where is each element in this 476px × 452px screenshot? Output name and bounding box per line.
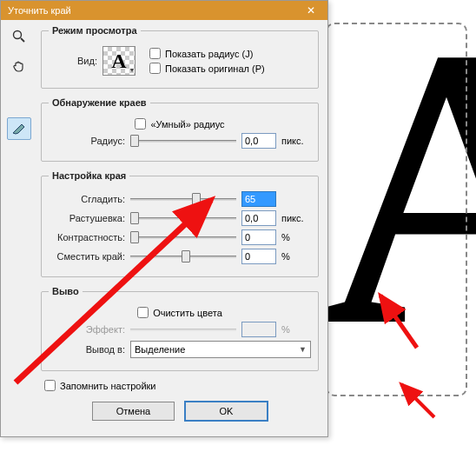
unit-effect: % [281,324,311,335]
slider-shift[interactable] [130,249,236,263]
legend-edge-detect: Обнаружение краев [49,97,150,108]
refine-brush-tool[interactable] [7,117,31,140]
view-thumbnail[interactable]: A ▼ [102,46,136,76]
chevron-down-icon: ▼ [299,345,307,354]
ok-button[interactable]: OK [185,402,268,421]
input-feather[interactable] [241,210,276,226]
unit-radius: пикс. [281,136,311,146]
label-contrast: Контрастность: [49,232,125,243]
legend-output: Выво [49,286,83,296]
checkbox-show-radius[interactable]: Показать радиус (J) [149,48,311,59]
slider-contrast[interactable] [130,230,236,244]
label-effect: Эффект: [49,324,125,335]
input-smooth[interactable] [241,191,276,207]
legend-edge-adjust: Настройка края [49,170,129,181]
label-shift: Сместить край: [49,251,125,262]
label-feather: Растушевка: [49,213,125,223]
legend-view-mode: Режим просмотра [49,25,141,36]
cancel-button[interactable]: Отмена [92,402,175,421]
label-radius: Радиус: [49,136,125,146]
label-view: Вид: [49,56,97,66]
group-output: Выво Очистить цвета Эффект: % Вывод в: В… [41,286,319,371]
dialog-refine-edge: Уточнить край ✕ Режим просмотра Вид: [0,0,328,437]
zoom-tool[interactable] [7,25,31,48]
label-smooth: Сгладить: [49,194,125,204]
group-view-mode: Режим просмотра Вид: A ▼ Показать радиус… [41,25,319,89]
input-shift[interactable] [241,249,276,264]
slider-feather[interactable] [130,211,236,225]
label-output-dest: Вывод в: [49,344,125,355]
window-title: Уточнить край [8,5,298,16]
select-output-dest[interactable]: Выделение ▼ [130,341,311,358]
input-effect [241,322,276,337]
svg-line-4 [21,38,24,42]
unit-contrast: % [281,232,311,243]
titlebar: Уточнить край ✕ [1,1,327,20]
input-contrast[interactable] [241,229,276,245]
unit-shift: % [281,251,311,262]
checkbox-smart-radius[interactable]: «Умный» радиус [135,118,224,130]
group-edge-detect: Обнаружение краев «Умный» радиус Радиус:… [41,97,319,162]
hand-tool[interactable] [7,55,31,77]
unit-feather: пикс. [281,213,311,223]
slider-effect [130,322,236,336]
slider-smooth[interactable] [130,192,236,206]
svg-point-3 [14,31,22,39]
checkbox-clean-colors[interactable]: Очистить цвета [137,307,222,318]
checkbox-show-original[interactable]: Показать оригинал (P) [149,63,311,74]
tool-strip [1,20,37,436]
group-edge-adjust: Настройка края Сгладить: Растушевка: пик… [41,170,319,277]
selection-outline [326,23,467,396]
checkbox-remember[interactable]: Запомнить настройки [44,380,319,391]
close-button[interactable]: ✕ [298,3,324,18]
input-radius[interactable] [241,133,276,149]
slider-radius[interactable] [130,134,236,148]
